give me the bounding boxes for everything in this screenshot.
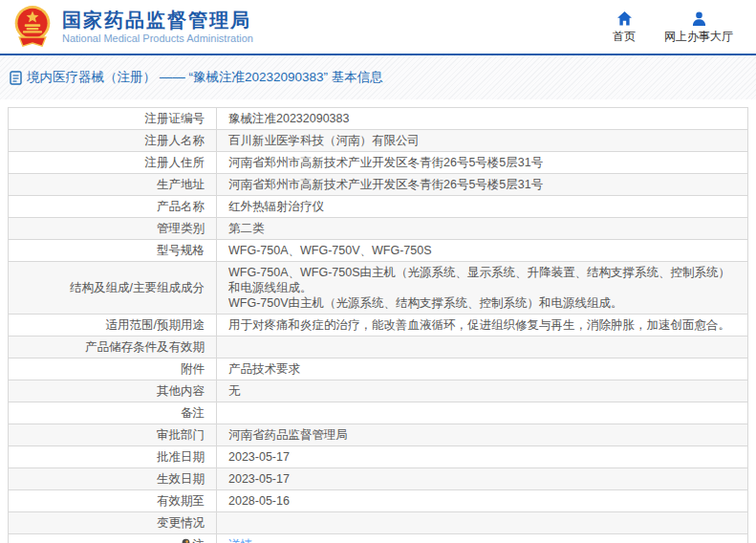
row-value: 产品技术要求 — [217, 358, 748, 380]
detail-link[interactable]: 详情 — [228, 538, 252, 543]
row-value: 第二类 — [217, 218, 748, 240]
row-label: 变更情况 — [9, 512, 217, 534]
table-row: 注册证编号豫械注准20232090383 — [9, 108, 748, 130]
table-row: 其他内容无 — [9, 380, 748, 402]
table-row: 注册人名称百川新业医学科技（河南）有限公司 — [9, 130, 748, 152]
row-value: 河南省郑州市高新技术产业开发区冬青街26号5号楼5层31号 — [217, 174, 748, 196]
row-label: 备注 — [9, 402, 217, 424]
row-value — [217, 337, 748, 358]
row-label: 有效期至 — [9, 490, 217, 512]
table-row: 生产地址河南省郑州市高新技术产业开发区冬青街26号5号楼5层31号 — [9, 174, 748, 196]
row-label: 生产地址 — [9, 174, 217, 196]
row-label: 生效日期 — [9, 468, 217, 490]
row-label: 批准日期 — [9, 446, 217, 468]
nav-home[interactable]: 首页 — [613, 11, 636, 43]
row-value: WFG-750A、WFG-750S由主机（光源系统、显示系统、升降装置、结构支撑… — [217, 262, 748, 315]
national-emblem-logo — [11, 4, 54, 50]
row-value — [217, 512, 748, 534]
table-row: 审批部门河南省药品监督管理局 — [9, 424, 748, 446]
row-value: 详情 — [217, 534, 748, 543]
row-value: 2023-05-17 — [217, 468, 748, 490]
header-nav: 首页 网上办事大厅 — [613, 11, 745, 43]
row-label: 注册证编号 — [9, 108, 217, 130]
row-value: 红外热辐射治疗仪 — [217, 196, 748, 218]
info-table-body: 注册证编号豫械注准20232090383注册人名称百川新业医学科技（河南）有限公… — [9, 108, 748, 543]
person-icon — [691, 11, 707, 27]
row-label: 产品名称 — [9, 196, 217, 218]
table-row: 生效日期2023-05-17 — [9, 468, 748, 490]
row-value: 河南省郑州市高新技术产业开发区冬青街26号5号楼5层31号 — [217, 152, 748, 174]
nav-service-hall-label: 网上办事大厅 — [664, 30, 733, 43]
nav-home-label: 首页 — [613, 30, 636, 43]
page-title: 境内医疗器械（注册） —— “豫械注准20232090383” 基本信息 — [27, 70, 383, 85]
table-row: 型号规格WFG-750A、WFG-750V、WFG-750S — [9, 240, 748, 262]
row-value: 豫械注准20232090383 — [217, 108, 748, 130]
row-label: 注册人住所 — [9, 152, 217, 174]
row-label: 注册人名称 — [9, 130, 217, 152]
row-label: 管理类别 — [9, 218, 217, 240]
nav-service-hall[interactable]: 网上办事大厅 — [664, 11, 733, 43]
row-label: 型号规格 — [9, 240, 217, 262]
row-value: 用于对疼痛和炎症的治疗，能改善血液循环，促进组织修复与再生，消除肿胀，加速创面愈… — [217, 315, 748, 337]
row-label: 注 — [9, 534, 217, 543]
table-row: 注册人住所河南省郑州市高新技术产业开发区冬青街26号5号楼5层31号 — [9, 152, 748, 174]
breadcrumb: 境内医疗器械（注册） —— “豫械注准20232090383” 基本信息 — [10, 70, 383, 85]
table-row: 产品储存条件及有效期 — [9, 337, 748, 358]
table-row: 注详情 — [9, 534, 748, 543]
row-value: 2023-05-17 — [217, 446, 748, 468]
home-icon — [616, 11, 633, 27]
row-value: 2028-05-16 — [217, 490, 748, 512]
table-row: 批准日期2023-05-17 — [9, 446, 748, 468]
row-label: 其他内容 — [9, 380, 217, 402]
table-row: 适用范围/预期用途用于对疼痛和炎症的治疗，能改善血液循环，促进组织修复与再生，消… — [9, 315, 748, 337]
registration-info-table-wrap: 注册证编号豫械注准20232090383注册人名称百川新业医学科技（河南）有限公… — [8, 107, 748, 543]
brand: 国家药品监督管理局 National Medical Products Admi… — [11, 4, 253, 50]
row-label: 附件 — [9, 358, 217, 380]
row-label: 适用范围/预期用途 — [9, 315, 217, 337]
note-pin-icon — [181, 538, 191, 543]
document-icon — [10, 71, 22, 85]
table-row: 变更情况 — [9, 512, 748, 534]
row-value: 百川新业医学科技（河南）有限公司 — [217, 130, 748, 152]
row-value: 河南省药品监督管理局 — [217, 424, 748, 446]
row-value: WFG-750A、WFG-750V、WFG-750S — [217, 240, 748, 262]
info-table: 注册证编号豫械注准20232090383注册人名称百川新业医学科技（河南）有限公… — [8, 107, 748, 543]
table-row: 附件产品技术要求 — [9, 358, 748, 380]
table-row: 管理类别第二类 — [9, 218, 748, 240]
table-row: 结构及组成/主要组成成分WFG-750A、WFG-750S由主机（光源系统、显示… — [9, 262, 748, 315]
page-header: 国家药品监督管理局 National Medical Products Admi… — [0, 0, 756, 55]
brand-text: 国家药品监督管理局 National Medical Products Admi… — [62, 9, 253, 45]
row-label: 产品储存条件及有效期 — [9, 337, 217, 358]
table-row: 产品名称红外热辐射治疗仪 — [9, 196, 748, 218]
row-value: 无 — [217, 380, 748, 402]
row-label: 审批部门 — [9, 424, 217, 446]
table-row: 备注 — [9, 402, 748, 424]
breadcrumb-band: 境内医疗器械（注册） —— “豫械注准20232090383” 基本信息 — [0, 55, 756, 99]
site-title: 国家药品监督管理局 — [62, 9, 253, 32]
row-label: 结构及组成/主要组成成分 — [9, 262, 217, 315]
site-subtitle: National Medical Products Administration — [62, 33, 253, 45]
table-row: 有效期至2028-05-16 — [9, 490, 748, 512]
row-value — [217, 402, 748, 424]
